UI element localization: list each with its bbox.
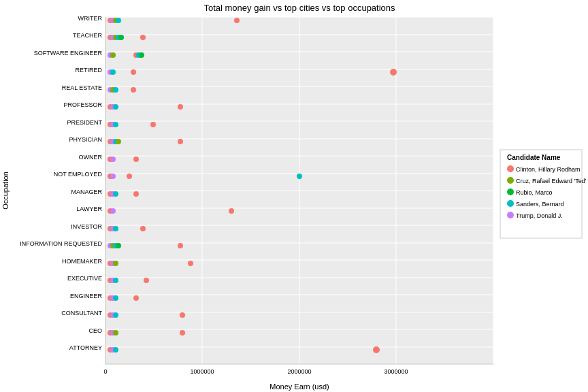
dot (113, 347, 118, 353)
dot (110, 157, 116, 162)
dot (113, 191, 118, 197)
legend-dot-clinton (507, 165, 514, 172)
dot (188, 261, 193, 266)
dot (116, 139, 121, 144)
y-tick-attorney: ATTORNEY (69, 344, 102, 351)
y-tick-manager: MANAGER (71, 189, 102, 195)
legend-label-clinton: Clinton, Hillary Rodham (516, 166, 581, 173)
legend-label-trump: Trump, Donald J. (516, 212, 563, 219)
y-tick-writer: WRITER (78, 15, 103, 22)
dot (140, 226, 146, 231)
y-tick-retired: RETIRED (75, 67, 102, 74)
y-tick-notemployed: NOT EMPLOYED (54, 171, 103, 178)
dot (133, 191, 139, 197)
legend-dot-trump (507, 212, 514, 218)
legend-label-sanders: Sanders, Bernard (516, 201, 564, 208)
y-tick-homemaker: HOMEMAKER (62, 258, 103, 265)
dot (113, 87, 118, 93)
dot (113, 295, 118, 301)
dot (116, 243, 121, 248)
dot (234, 18, 240, 23)
dot (139, 52, 144, 58)
y-tick-consultant: CONSULTANT (61, 310, 102, 316)
dot (113, 122, 118, 127)
dot (118, 35, 124, 40)
dot (113, 226, 118, 231)
dot (140, 35, 146, 40)
dot (390, 69, 397, 76)
y-tick-president: PRESIDENT (67, 119, 102, 126)
dot (116, 18, 121, 23)
y-tick-professor: PROFESSOR (63, 101, 102, 108)
y-tick-physician: PHYSICIAN (69, 136, 102, 143)
dot (178, 104, 183, 110)
legend-dot-cruz (507, 177, 514, 184)
chart-title: Total money gain vs top cities vs top oc… (203, 3, 395, 13)
dot (373, 346, 380, 353)
legend-label-cruz: Cruz, Rafael Edward 'Ted' (516, 178, 587, 184)
legend-title: Candidate Name (507, 154, 561, 161)
dot (113, 104, 118, 110)
x-axis-label: Money Earn (usd) (270, 382, 329, 391)
legend-dot-sanders (507, 200, 514, 207)
y-tick-investor: INVESTOR (71, 223, 102, 230)
legend-label-rubio: Rubio, Marco (516, 189, 553, 196)
x-tick-2m: 2000000 (287, 368, 311, 375)
dot (178, 139, 183, 144)
x-tick-3m: 3000000 (384, 368, 408, 375)
y-tick-executive: EXECUTIVE (67, 275, 102, 282)
dot (133, 295, 139, 301)
dot (127, 174, 132, 179)
dot (229, 208, 234, 214)
y-tick-engineer: ENGINEER (70, 293, 103, 299)
chart-container: Total money gain vs top cities vs top oc… (0, 0, 588, 392)
dot (180, 312, 185, 318)
y-tick-info: INFORMATION REQUESTED (20, 240, 102, 247)
x-tick-0: 0 (103, 368, 107, 375)
dot (113, 261, 118, 266)
x-tick-1m: 1000000 (190, 368, 214, 375)
dot (113, 330, 118, 336)
dot (131, 87, 136, 93)
y-tick-ceo: CEO (88, 327, 102, 334)
dot (113, 278, 118, 283)
dot (133, 157, 139, 162)
dot (113, 312, 118, 318)
dot (110, 208, 116, 214)
y-tick-owner: OWNER (79, 154, 103, 161)
dot (110, 174, 116, 179)
dot (110, 69, 116, 75)
y-axis-label: Occupation (1, 172, 10, 210)
y-tick-lawyer: LAWYER (76, 206, 102, 212)
legend-dot-rubio (507, 189, 514, 195)
y-tick-teacher: TEACHER (73, 32, 103, 39)
dot (131, 69, 136, 75)
dot (178, 243, 183, 248)
dot (150, 122, 156, 127)
y-tick-softengineer: SOFTWARE ENGINEER (34, 50, 103, 56)
dot (110, 52, 116, 58)
dot (297, 174, 302, 179)
y-tick-realestate: REAL ESTATE (62, 84, 102, 91)
scatter-plot: Total money gain vs top cities vs top oc… (0, 0, 588, 392)
dot (180, 330, 185, 336)
dot (144, 278, 149, 283)
